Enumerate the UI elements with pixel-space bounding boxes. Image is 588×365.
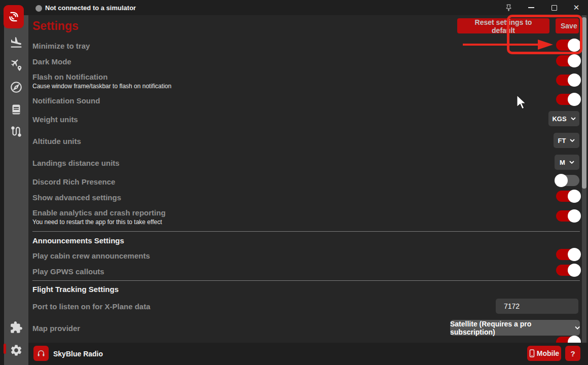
sidebar-item-logbook[interactable] xyxy=(9,102,23,117)
setting-label-altitude-units: Altitude units xyxy=(32,137,81,145)
toggle-minimize-to-tray[interactable] xyxy=(556,40,579,51)
select-landings-distance-units[interactable]: M xyxy=(555,155,579,170)
phone-icon xyxy=(529,349,535,357)
radio-label: SkyBlue Radio xyxy=(53,350,103,358)
toggle-knob xyxy=(555,174,568,187)
maximize-button[interactable] xyxy=(545,0,563,15)
footer-bar: SkyBlue Radio Mobile ? xyxy=(28,343,588,365)
sidebar-item-flight-tracking[interactable] xyxy=(9,58,23,72)
puzzle-icon xyxy=(10,321,23,334)
sidebar-item-navigation[interactable] xyxy=(9,80,23,94)
setting-sublabel-flash-on-notification: Cause window frame/taskbar to flash on n… xyxy=(32,83,171,90)
sidebar xyxy=(4,14,28,365)
titlebar: Not connected to a simulator ✕ xyxy=(0,0,588,15)
section-divider xyxy=(32,280,580,281)
toggle-enable-analytics[interactable] xyxy=(556,210,579,222)
toggle-notification-sound[interactable] xyxy=(556,94,579,105)
setting-label-notification-sound: Notification Sound xyxy=(32,96,100,105)
select-value: FT xyxy=(558,137,566,144)
setting-label-discord-rich-presence: Discord Rich Presence xyxy=(32,177,115,186)
flight-location-icon xyxy=(10,58,23,71)
mobile-button[interactable]: Mobile xyxy=(527,346,561,361)
setting-label-map-provider: Map provider xyxy=(32,324,80,333)
gear-icon xyxy=(10,344,23,357)
toggle-knob xyxy=(568,74,581,87)
active-nav-indicator xyxy=(4,344,6,354)
flight-landing-icon xyxy=(10,36,23,49)
toggle-knob xyxy=(568,54,581,67)
section-heading-flight-tracking: Flight Tracking Settings xyxy=(32,285,119,294)
sidebar-item-settings[interactable] xyxy=(9,343,23,357)
sidebar-item-flights[interactable] xyxy=(9,35,23,50)
close-icon: ✕ xyxy=(573,3,580,12)
xplane-port-input[interactable] xyxy=(496,299,578,314)
save-button[interactable]: Save xyxy=(556,18,579,33)
select-value: Satellite (Requires a pro subscription) xyxy=(450,320,571,336)
help-button[interactable]: ? xyxy=(565,346,580,361)
chevron-down-icon xyxy=(570,139,575,142)
route-icon xyxy=(10,125,23,138)
minimize-icon xyxy=(528,7,534,8)
annotation-arrow xyxy=(459,35,556,54)
sidebar-item-plugins[interactable] xyxy=(9,320,23,335)
pushpin-icon xyxy=(505,4,512,12)
setting-label-xplane-port: Port to listen on for X-Plane data xyxy=(32,302,151,311)
toggle-knob xyxy=(568,264,581,277)
connection-status-text: Not connected to a simulator xyxy=(45,4,136,12)
skyblue-connect-logo-icon xyxy=(7,10,20,23)
toggle-knob xyxy=(568,209,581,223)
setting-label-cabin-crew-announcements: Play cabin crew announcements xyxy=(32,251,150,260)
setting-label-gpws-callouts: Play GPWS callouts xyxy=(32,267,104,276)
toggle-discord-rich-presence[interactable] xyxy=(556,175,579,186)
select-value: M xyxy=(560,159,565,166)
toggle-knob xyxy=(568,248,581,261)
toggle-dark-mode[interactable] xyxy=(556,55,579,66)
reset-settings-button[interactable]: Reset settings to default xyxy=(457,18,549,33)
toggle-knob xyxy=(568,93,581,106)
toggle-flash-on-notification[interactable] xyxy=(556,75,579,86)
mouse-cursor xyxy=(515,94,528,110)
setting-label-landings-distance-units: Landings distance units xyxy=(32,159,120,167)
setting-label-weight-units: Weight units xyxy=(32,115,78,124)
section-divider xyxy=(32,231,580,232)
select-map-provider[interactable]: Satellite (Requires a pro subscription) xyxy=(450,320,580,336)
setting-label-enable-analytics: Enable analytics and crash reporting xyxy=(32,208,166,217)
select-value: KGS xyxy=(552,115,566,123)
setting-label-minimize-to-tray: Minimize to tray xyxy=(32,42,90,50)
toggle-cabin-crew-announcements[interactable] xyxy=(556,249,579,260)
toggle-gpws-callouts[interactable] xyxy=(556,265,579,276)
select-weight-units[interactable]: KGS xyxy=(548,111,579,126)
mobile-button-label: Mobile xyxy=(537,349,559,357)
toggle-show-advanced-settings[interactable] xyxy=(556,191,579,202)
connection-status-dot xyxy=(35,5,42,12)
chevron-down-icon xyxy=(569,161,574,164)
section-heading-announcements: Announcements Settings xyxy=(32,236,124,245)
sidebar-item-routes[interactable] xyxy=(9,125,23,139)
select-altitude-units[interactable]: FT xyxy=(554,133,579,148)
setting-label-flash-on-notification: Flash on Notification xyxy=(32,72,107,81)
radio-button[interactable] xyxy=(33,346,49,361)
chevron-down-icon xyxy=(571,117,576,120)
headphones-icon xyxy=(36,349,46,358)
compass-icon xyxy=(10,81,23,94)
setting-sublabel-enable-analytics: You need to restart the app for this to … xyxy=(32,218,162,226)
logbook-icon xyxy=(10,103,22,116)
toggle-knob xyxy=(568,39,581,52)
app-window: Not connected to a simulator ✕ xyxy=(0,0,588,365)
page-title: Settings xyxy=(32,19,79,33)
maximize-icon xyxy=(552,5,557,11)
chevron-down-icon xyxy=(575,326,580,330)
pin-window-button[interactable] xyxy=(500,0,517,15)
close-button[interactable]: ✕ xyxy=(568,0,585,15)
minimize-button[interactable] xyxy=(523,0,540,15)
scrollbar-thumb[interactable] xyxy=(582,17,586,189)
app-logo[interactable] xyxy=(4,5,24,28)
setting-label-dark-mode: Dark Mode xyxy=(32,57,71,66)
toggle-knob xyxy=(568,190,581,203)
setting-label-show-advanced-settings: Show advanced settings xyxy=(32,193,121,202)
window-left-edge xyxy=(0,0,4,365)
